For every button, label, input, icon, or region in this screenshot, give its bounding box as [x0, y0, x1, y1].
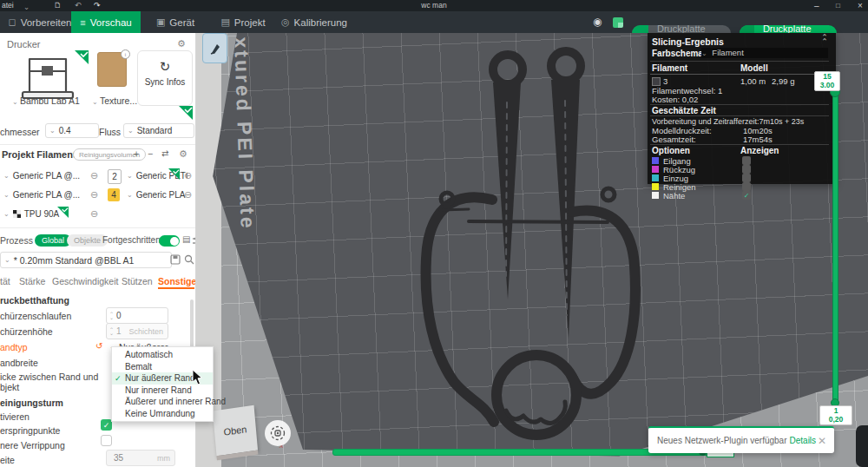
total-time-label: Gesamtzeit:: [652, 135, 696, 144]
plate-select-chevron-icon[interactable]: ⌄: [92, 98, 100, 106]
tab-vorbereiten[interactable]: ◻ Vorbereiten: [9, 11, 71, 33]
advanced-label: Fortgeschritten: [102, 235, 161, 245]
filament-slot-3[interactable]: ⌄Generic PLA @...: [0, 187, 94, 201]
filament-badge-4[interactable]: 4: [108, 188, 120, 201]
menu-item-nur-innerer-rand[interactable]: Nur innerer Rand: [112, 385, 213, 397]
tab-qualitaet[interactable]: tät: [0, 276, 10, 286]
remove-slot-icon[interactable]: ⊖: [90, 189, 98, 201]
col-optionen: Optionen: [652, 146, 690, 155]
search-preset-icon[interactable]: [184, 254, 194, 265]
option-checkbox[interactable]: [742, 156, 751, 165]
main-tabbar: ◻ Vorbereiten ≡ Vorschau ▣ Gerät ▤ Proje…: [0, 11, 868, 34]
app-window: atei ⌄ 🗋 ↶ ↷ wc man – □ × ◻ Vorbereiten …: [0, 0, 868, 467]
adhesion-header: ruckbetthaftung: [0, 295, 69, 306]
remove-slot-icon[interactable]: ⊖: [184, 170, 192, 181]
process-list-icon[interactable]: ▤: [182, 234, 190, 244]
skirt-loops-input[interactable]: ⌃⌄0: [106, 307, 168, 324]
flow-select[interactable]: ⌄Standard: [123, 123, 194, 138]
turntable-icon[interactable]: ◉: [593, 16, 602, 28]
chevron-down-icon: ⌄: [127, 172, 133, 180]
menu-item-automatisch[interactable]: Automatisch: [112, 349, 213, 361]
tab-vorschau[interactable]: ≡ Vorschau: [71, 11, 141, 33]
filaments-section-header: Projekt Filamente: [2, 149, 82, 160]
chevron-down-icon: ⌄: [49, 127, 56, 135]
total-time-value: 17m54s: [743, 135, 773, 144]
tab-kalibrierung[interactable]: ◎ Kalibrierung: [276, 11, 352, 33]
collapsed-panel-handle[interactable]: [856, 425, 868, 467]
tab-geraet[interactable]: ▣ Gerät: [148, 11, 203, 33]
maximize-button[interactable]: □: [836, 2, 840, 10]
color-scheme-select[interactable]: ⌄ Filament: [701, 48, 828, 58]
prepare-icon: ◻: [9, 16, 16, 28]
filament-settings-gear-icon[interactable]: ⚙: [179, 148, 187, 160]
printer-settings-gear-icon[interactable]: ⚙: [177, 38, 186, 49]
layer-slider-top-value: 153.00: [814, 71, 840, 91]
menu-item-aeusserer-und-innerer-rand[interactable]: Äußerer und innerer Rand: [112, 396, 213, 408]
filament-slot-1[interactable]: ⌄Generic PLA @...: [0, 168, 94, 182]
network-plugin-toast: Neues Netzwerk-Plugin verfügbar Details …: [648, 426, 834, 453]
orbit-camera-button[interactable]: [265, 420, 291, 446]
estimated-time-header: Geschätzte Zeit: [652, 106, 716, 115]
remove-slot-icon[interactable]: ⊖: [90, 208, 98, 220]
minimize-button[interactable]: –: [814, 1, 819, 10]
orientation-cube[interactable]: Oben: [213, 405, 258, 457]
tower-width-input[interactable]: 35 mm: [106, 450, 175, 466]
tab-staerke[interactable]: Stärke: [19, 276, 45, 286]
process-mode-objects[interactable]: Objekte: [67, 234, 108, 247]
filament-slot-4[interactable]: ⌄Generic PLA @...: [123, 187, 187, 201]
process-mode-global[interactable]: Global: [35, 234, 71, 247]
collapse-panel-icon[interactable]: ⌃⌃: [821, 35, 828, 43]
remove-slot-icon[interactable]: ⊖: [90, 170, 98, 181]
tab-sonstige[interactable]: Sonstige: [158, 276, 196, 286]
add-filament-button[interactable]: +: [134, 148, 139, 159]
printer-select-chevron-icon[interactable]: ⌄: [12, 98, 20, 106]
printer-synced-badge: [75, 50, 89, 64]
filament-badge-2[interactable]: 2: [108, 169, 122, 184]
tab-projekt[interactable]: ▤ Projekt: [215, 11, 271, 33]
close-button[interactable]: ×: [858, 1, 863, 10]
filament-length: 1,00 m: [740, 76, 766, 86]
brim-gap-label-2: bjekt: [0, 382, 19, 392]
option-checkbox[interactable]: [742, 182, 751, 191]
menu-item-keine-umrandung[interactable]: Keine Umrandung: [112, 408, 213, 420]
skirt-height-label: chürzenhöhe: [0, 326, 53, 337]
tab-geschwindigkeit[interactable]: Geschwindigkeit: [52, 276, 118, 286]
save-preset-icon[interactable]: [170, 254, 181, 265]
reset-value-icon[interactable]: ↺: [95, 341, 102, 351]
layer-slider[interactable]: [832, 90, 838, 406]
option-checkbox[interactable]: ✓: [742, 191, 751, 200]
option-checkbox[interactable]: [742, 174, 751, 182]
advanced-toggle[interactable]: [159, 235, 180, 247]
tab-stuetzen[interactable]: Stützen: [122, 276, 153, 286]
sync-infos-button[interactable]: ↻ Sync Infos: [137, 50, 193, 106]
nozzle-diameter-select[interactable]: ⌄0.4: [45, 123, 99, 138]
remove-slot-icon[interactable]: ⊖: [184, 189, 192, 201]
filament-sync-icon[interactable]: ⇄: [161, 148, 168, 158]
nozzle-diameter-label: chmesser: [0, 127, 40, 137]
checker-swatch-icon: [13, 210, 21, 218]
toast-close-icon[interactable]: ✕: [818, 435, 826, 447]
plate-grid-icon[interactable]: [613, 17, 623, 28]
option-swatch: [652, 166, 659, 173]
filament-synced-badge: [168, 168, 180, 180]
inner-ribs-label: nere Verrippung: [0, 440, 65, 451]
prime-tower-header: einigungsturm: [0, 398, 63, 408]
skirt-height-input[interactable]: ⌃⌄1 Schichten: [106, 323, 168, 339]
toast-details-link[interactable]: Details: [790, 436, 817, 445]
assembly-tool-button[interactable]: [202, 33, 227, 63]
chevron-down-icon: ⌄: [128, 127, 134, 135]
remove-filament-button[interactable]: −: [148, 148, 153, 159]
layers-icon: ≡: [80, 17, 85, 28]
option-swatch: [652, 174, 659, 181]
tune-icon[interactable]: [193, 236, 196, 246]
printer-name[interactable]: Bambu Lab A1: [20, 95, 80, 106]
process-preset-select[interactable]: ⌄* 0.20mm Standard @BBL A1: [0, 252, 172, 268]
col-filament: Filament: [652, 63, 687, 73]
plate-name[interactable]: Texture...: [100, 95, 137, 106]
filament-id: 3: [663, 76, 667, 86]
refresh-icon: ↻: [138, 59, 192, 75]
inner-ribs-checkbox[interactable]: [101, 435, 112, 446]
plate-info-icon[interactable]: i: [121, 49, 130, 59]
option-checkbox[interactable]: [742, 165, 751, 174]
model-preview[interactable]: [395, 42, 655, 454]
